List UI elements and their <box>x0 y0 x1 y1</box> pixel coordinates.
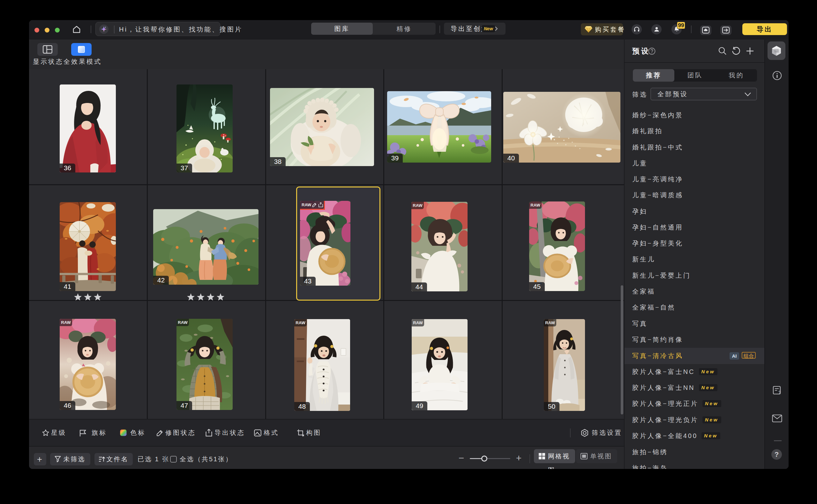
svg-text:?: ? <box>778 390 781 395</box>
